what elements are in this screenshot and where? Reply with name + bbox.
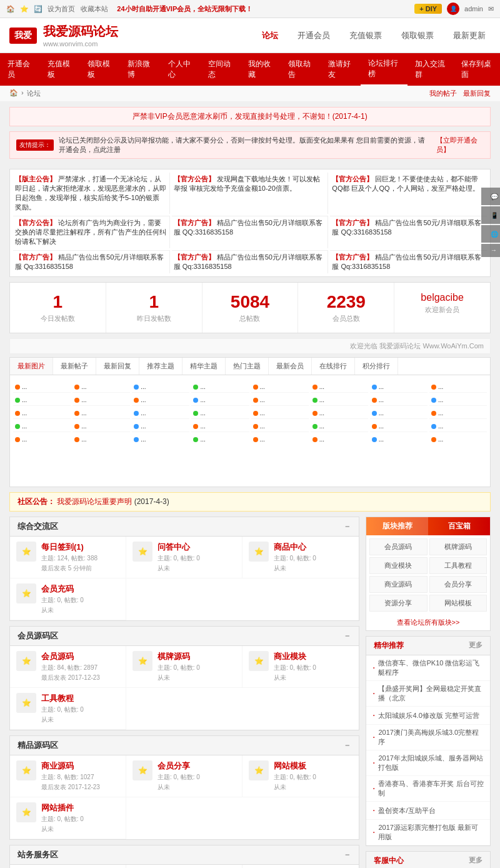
tab-online-rank[interactable]: 在线排行 (312, 358, 355, 375)
nav-tab-receive[interactable]: 领取模板 (80, 54, 120, 85)
collapse-btn-ms[interactable]: － (343, 630, 351, 642)
tab-new-members[interactable]: 最新会员 (269, 358, 312, 375)
alert-bar: 严禁非VIP会员恶意灌水刷币，发现直接封号处理，不谢知！(2017-4-1) (9, 107, 491, 126)
nav-tab-profile[interactable]: 个人中心 (161, 54, 201, 85)
header-nav: 论坛 开通会员 充值银票 领取银票 最新更新 (257, 27, 491, 44)
my-posts-link[interactable]: 我的帖子 (429, 89, 457, 98)
float-btn-message[interactable]: 💬 (481, 188, 500, 205)
float-btn-top[interactable]: ↑ (481, 244, 500, 257)
service-header: 客服中心 更多 (366, 852, 490, 868)
sidebar-btn-site-template[interactable]: 网站模板 (429, 595, 488, 612)
tab-hot[interactable]: 热门主题 (226, 358, 269, 375)
premium-source-forums: ⭐ 商业源码 主题: 8, 帖数: 1027 最后发表 2017-12-23 ⭐… (10, 755, 359, 839)
home-icon[interactable]: 🏠 (6, 5, 15, 13)
tab-points-rank[interactable]: 积分排行 (355, 358, 398, 375)
nav-latest[interactable]: 最新更新 (448, 27, 491, 44)
orange-dot (431, 437, 436, 442)
sidebar-btn-tools-tutorial[interactable]: 工具教程 (429, 557, 488, 574)
collapse-btn-ss[interactable]: － (343, 849, 351, 860)
content-cell: ... (429, 421, 487, 432)
forum-stats-mc: 主题: 84, 帖数: 2897 (41, 664, 119, 672)
main-wrapper: 【版主公告】 严禁灌水，打通一个无冰论坛，从即日起，请大家拒绝灌水，发现恶意灌水… (0, 164, 500, 868)
float-btn-weibo[interactable]: 🌐 (481, 225, 500, 243)
forum-name-vip-code[interactable]: 会员充码 (41, 584, 74, 593)
top-bar: 🏠 ⭐ 🔄 设为首页 收藏本站 24小时自助开通VIP会员，全站无限制下载！ +… (0, 0, 500, 18)
forum-name-ms2[interactable]: 会员分享 (158, 761, 190, 770)
tab-latest-posts[interactable]: 最新帖子 (53, 358, 96, 375)
nav-tab-space[interactable]: 空间动态 (201, 54, 241, 85)
premium-recommend-section: 精华推荐 更多 微信赛车、微信PK10 微信彩运飞艇程序 【鼎盛开奖网】全网最稳… (366, 636, 491, 846)
community-notice-link[interactable]: 我爱源码论坛重要声明 (57, 497, 132, 506)
nav-tab-invite[interactable]: 激请好友 (321, 54, 361, 85)
blue-dot (134, 437, 139, 442)
content-cell: ... (311, 434, 368, 445)
forum-name-chess[interactable]: 棋牌源码 (158, 652, 190, 661)
forum-name-checkin[interactable]: 每日签到(1) (41, 542, 84, 552)
recommend-item-7: 2017源运彩票完整打包版 最新可用版 (366, 820, 490, 845)
forum-stats-shop: 主题: 0, 帖数: 0 (274, 554, 352, 563)
nav-tab-weibo[interactable]: 新浪微博 (120, 54, 160, 85)
forum-name-sp[interactable]: 网站插件 (41, 803, 74, 812)
message-icon[interactable]: ✉ (488, 5, 494, 13)
forum-last-vip-code: 从未 (41, 606, 119, 615)
nav-tab-desktop[interactable]: 保存到桌面 (454, 54, 500, 85)
forum-item-chess: ⭐ 棋牌源码 主题: 0, 帖数: 0 从未 (126, 646, 242, 688)
forum-name-tools[interactable]: 工具教程 (41, 694, 74, 703)
stats-row: 1 今日发帖数 1 昨日发帖数 5084 总帖数 2239 会员总数 belga… (9, 282, 491, 333)
tab-block-recommend[interactable]: 版块推荐 (366, 517, 428, 535)
forum-name-mc[interactable]: 会员源码 (41, 652, 74, 661)
tab-recommended[interactable]: 推荐主题 (139, 358, 182, 375)
forum-name-qa[interactable]: 问答中心 (158, 542, 190, 552)
tab-latest-images[interactable]: 最新图片 (10, 358, 53, 375)
admin-avatar: 👤 (447, 3, 459, 15)
nav-vip[interactable]: 开通会员 (292, 27, 335, 44)
forum-name-shop[interactable]: 商品中心 (274, 542, 306, 552)
forum-name-bc[interactable]: 商业源码 (41, 761, 74, 770)
star-icon[interactable]: ⭐ (20, 5, 29, 13)
diy-button[interactable]: + DIY (414, 4, 442, 14)
notice-link[interactable]: 【立即开通会员】 (436, 136, 484, 154)
refresh-icon[interactable]: 🔄 (34, 5, 42, 13)
tab-featured[interactable]: 精华主题 (182, 358, 226, 375)
forum-name-st[interactable]: 网站模板 (274, 761, 306, 770)
home-breadcrumb[interactable]: 🏠 (9, 89, 18, 98)
nav-forum[interactable]: 论坛 (257, 27, 283, 44)
service-more[interactable]: 更多 (469, 855, 482, 866)
admin-label: admin (464, 5, 483, 13)
sidebar-btn-member-share[interactable]: 会员分享 (429, 576, 488, 593)
content-cell: ... (132, 421, 189, 432)
orange-dot (372, 424, 377, 429)
breadcrumb-bar: 🏠 › 论坛 我的帖子 最新回复 (0, 86, 500, 102)
forum-last-chess: 从未 (158, 674, 236, 682)
collapse-btn-ps[interactable]: － (343, 740, 351, 751)
sidebar-btn-resource-share[interactable]: 资源分享 (369, 595, 428, 612)
nav-tab-rank[interactable]: 论坛排行榜 (361, 53, 407, 86)
station-service-section: 站务服务区 － ⭐ 官方公告 主题: 2, 帖数: 2 最后发表 2016-11… (9, 845, 359, 868)
tab-treasure-box[interactable]: 百宝箱 (428, 517, 490, 535)
sidebar-btn-chess-code[interactable]: 棋牌源码 (429, 538, 488, 555)
forum-last-bc: 最后发表 2017-12-23 (41, 783, 119, 792)
forum-icon-tools: ⭐ (16, 693, 36, 713)
nav-tab-receive2[interactable]: 领取劫告 (281, 54, 321, 85)
forum-name-bm[interactable]: 商业模块 (274, 652, 306, 661)
nav-recharge[interactable]: 充值银票 (344, 27, 387, 44)
orange-dot (431, 385, 436, 390)
nav-tab-recharge[interactable]: 充值模板 (40, 54, 80, 85)
nav-get-tickets[interactable]: 领取银票 (396, 27, 439, 44)
nav-tab-open-member[interactable]: 开通会员 (0, 54, 40, 85)
nav-tab-favorites[interactable]: 我的收藏 (241, 54, 281, 85)
forum-info-chess: 棋牌源码 主题: 0, 帖数: 0 从未 (158, 651, 236, 682)
float-btn-wechat[interactable]: 📱 (481, 206, 500, 224)
sidebar-btn-biz-code[interactable]: 商业源码 (369, 576, 428, 593)
forum-info-shop: 商品中心 主题: 0, 帖数: 0 从未 (274, 542, 352, 573)
premium-recommend-more[interactable]: 更多 (469, 640, 482, 651)
nav-tab-group[interactable]: 加入交流群 (408, 54, 454, 85)
latest-reply-link[interactable]: 最新回复 (463, 89, 491, 98)
view-all-blocks[interactable]: 查看论坛所有版块>> (366, 615, 490, 630)
collapse-btn[interactable]: － (343, 521, 351, 532)
sidebar-btn-biz-module[interactable]: 商业模块 (369, 557, 428, 574)
breadcrumb-forum[interactable]: 论坛 (27, 89, 41, 98)
orange-dot (74, 424, 79, 429)
sidebar-btn-member-code[interactable]: 会员源码 (369, 538, 428, 555)
tab-latest-replies[interactable]: 最新回复 (96, 358, 139, 375)
